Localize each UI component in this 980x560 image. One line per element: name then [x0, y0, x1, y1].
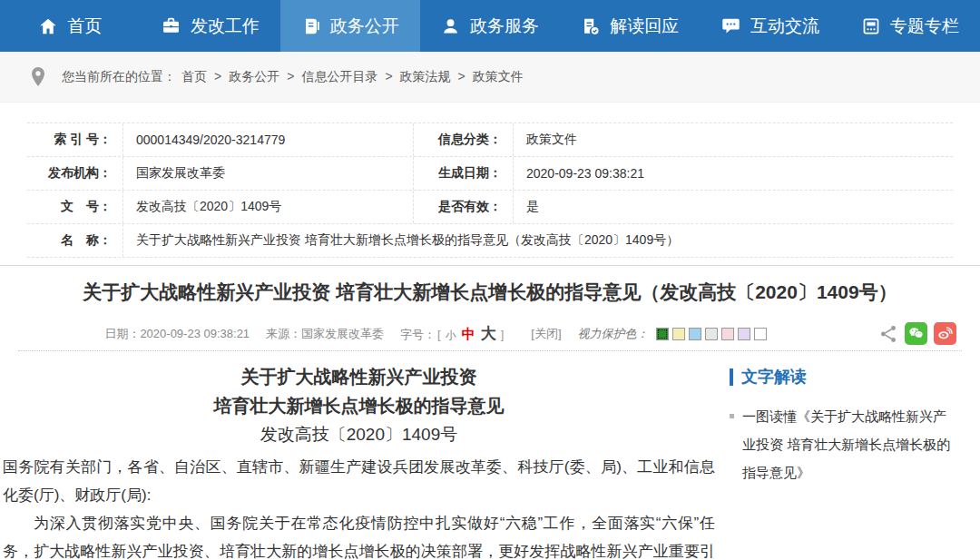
- font-size-label: 字号：: [400, 328, 436, 341]
- main-content: 关于扩大战略性新兴产业投资 培育壮大新增长点增长极的指导意见 发改高技〔2020…: [0, 351, 980, 560]
- breadcrumb-link[interactable]: 政策法规: [400, 69, 451, 84]
- breadcrumb-prefix: 您当前所在的位置：: [62, 69, 176, 85]
- breadcrumb-separator: >: [214, 69, 221, 84]
- document-title-line2: 培育壮大新增长点增长极的指导意见: [3, 391, 715, 420]
- breadcrumb-link[interactable]: 政务公开: [229, 69, 279, 84]
- font-size-medium-button[interactable]: 中: [462, 326, 475, 341]
- nav-tab-gov-service[interactable]: 政务服务: [420, 0, 560, 52]
- nav-tab-label: 互动交流: [750, 15, 819, 38]
- map-pin-icon: [31, 66, 45, 87]
- sidebar: 文字解读 一图读懂《关于扩大战略性新兴产业投资 培育壮大新增长点增长极的指导意见…: [717, 351, 980, 486]
- eye-protect-swatch[interactable]: [656, 328, 669, 340]
- nav-tab-label: 专题专栏: [890, 15, 959, 38]
- breadcrumb-trail: 首页>政务公开>信息公开目录>政策法规>政策文件: [181, 69, 524, 85]
- user-icon: [441, 16, 461, 36]
- sidebar-links: 一图读懂《关于扩大战略性新兴产业投资 培育壮大新增长点增长极的指导意见》: [730, 402, 958, 486]
- breadcrumb-link[interactable]: 信息公开目录: [301, 69, 377, 84]
- eye-protect-swatch[interactable]: [672, 328, 685, 340]
- document-number: 发改高技〔2020〕1409号: [3, 420, 715, 449]
- info-label: 是否有效：: [413, 191, 513, 223]
- bullet-dot: [730, 414, 734, 418]
- font-size-small-button[interactable]: 小: [446, 329, 456, 341]
- info-value: 000014349/2020-3214779: [122, 123, 413, 156]
- info-table-row: 文 号：发改高技〔2020〕1409号是否有效：是: [27, 191, 953, 224]
- eye-protect-swatch[interactable]: [738, 328, 750, 340]
- nav-tab-label: 首页: [67, 15, 102, 38]
- breadcrumb-separator: >: [287, 69, 294, 84]
- font-size-control: 字号：[小中大]: [400, 323, 505, 344]
- info-label: 名 称：: [27, 224, 122, 257]
- nav-tab-special-topics[interactable]: 专题专栏: [840, 0, 980, 52]
- eye-protect-swatch[interactable]: [754, 328, 767, 340]
- info-label: 信息分类：: [413, 123, 513, 156]
- chat-icon: [720, 15, 741, 36]
- nav-tab-interaction[interactable]: 互动交流: [700, 0, 839, 52]
- nav-tab-home[interactable]: 首页: [0, 0, 140, 52]
- meta-source: 来源：国家发展改革委: [266, 326, 384, 342]
- close-button[interactable]: [关闭]: [531, 326, 561, 342]
- home-icon: [38, 16, 58, 36]
- font-size-large-button[interactable]: 大: [481, 325, 496, 342]
- meta-date: 日期：2020-09-23 09:38:21: [104, 326, 250, 342]
- article-body: 国务院有关部门，各省、自治区、直辖市、新疆生产建设兵团发展改革委、科技厅(委、局…: [3, 453, 715, 560]
- info-table-row: 发布机构：国家发展改革委生成日期：2020-09-23 09:38:21: [27, 157, 953, 191]
- article-paragraph: 国务院有关部门，各省、自治区、直辖市、新疆生产建设兵团发展改革委、科技厅(委、局…: [3, 453, 715, 509]
- info-value: 2020-09-23 09:38:21: [513, 157, 953, 190]
- article-paragraph: 为深入贯彻落实党中央、国务院关于在常态化疫情防控中扎实做好“六稳”工作，全面落实…: [3, 509, 715, 560]
- title-band: 关于扩大战略性新兴产业投资 培育壮大新增长点增长极的指导意见（发改高技〔2020…: [0, 265, 980, 317]
- reply-icon: [581, 16, 601, 36]
- heading-bar-icon: [730, 368, 733, 386]
- nav-tab-gov-open[interactable]: 政务公开: [280, 0, 420, 52]
- eye-protect-swatch[interactable]: [689, 328, 701, 340]
- sidebar-heading: 文字解读: [730, 366, 958, 388]
- share-icon[interactable]: [878, 324, 898, 344]
- meta-bar: 日期：2020-09-23 09:38:21 来源：国家发展改革委 字号：[小中…: [18, 317, 962, 351]
- bracket: [: [437, 328, 441, 341]
- breadcrumb-separator: >: [458, 69, 466, 84]
- breadcrumb-separator: >: [385, 69, 392, 84]
- nav-tab-label: 发改工作: [191, 15, 260, 38]
- breadcrumb-link[interactable]: 政策文件: [473, 69, 524, 84]
- weibo-icon[interactable]: [934, 322, 956, 345]
- info-value: 发改高技〔2020〕1409号: [122, 191, 413, 223]
- wechat-icon[interactable]: [905, 322, 927, 345]
- page: 首页发改工作政务公开政务服务解读回应互动交流专题专栏 您当前所在的位置： 首页>…: [0, 0, 980, 560]
- top-nav: 首页发改工作政务公开政务服务解读回应互动交流专题专栏: [0, 0, 980, 52]
- eye-protect-swatches: [656, 328, 767, 340]
- info-label: 生成日期：: [413, 157, 513, 190]
- nav-tab-interpret-response[interactable]: 解读回应: [560, 0, 700, 52]
- nav-tab-label: 政务服务: [470, 15, 539, 38]
- article: 关于扩大战略性新兴产业投资 培育壮大新增长点增长极的指导意见 发改高技〔2020…: [0, 351, 717, 560]
- info-table-row: 名 称：关于扩大战略性新兴产业投资 培育壮大新增长点增长极的指导意见（发改高技〔…: [27, 224, 953, 258]
- meta-inner: 日期：2020-09-23 09:38:21 来源：国家发展改革委 字号：[小中…: [104, 323, 875, 344]
- nav-tab-label: 政务公开: [330, 15, 399, 38]
- info-label: 索 引 号：: [27, 123, 122, 156]
- info-value: 政策文件: [513, 123, 953, 156]
- info-label: 发布机构：: [27, 157, 122, 190]
- info-value: 国家发展改革委: [122, 157, 413, 190]
- breadcrumb: 您当前所在的位置： 首页>政务公开>信息公开目录>政策法规>政策文件: [0, 52, 980, 103]
- eye-protect-swatch[interactable]: [721, 328, 734, 340]
- info-label: 文 号：: [27, 191, 122, 223]
- info-table-row: 索 引 号：000014349/2020-3214779信息分类：政策文件: [27, 123, 953, 157]
- document-title-line1: 关于扩大战略性新兴产业投资: [3, 362, 715, 391]
- sidebar-link-text: 一图读懂《关于扩大战略性新兴产业投资 培育壮大新增长点增长极的指导意见》: [742, 408, 950, 480]
- info-value: 是: [513, 191, 953, 223]
- eye-protect-swatch[interactable]: [705, 328, 718, 340]
- briefcase-icon: [161, 15, 181, 36]
- nav-tab-label: 解读回应: [610, 15, 679, 38]
- eye-protect-label: 视力保护色：: [578, 326, 649, 342]
- info-value: 关于扩大战略性新兴产业投资 培育壮大新增长点增长极的指导意见（发改高技〔2020…: [122, 224, 953, 257]
- sidebar-heading-text: 文字解读: [741, 366, 807, 388]
- nav-tab-ndrc-work[interactable]: 发改工作: [140, 0, 279, 52]
- grid-icon: [861, 16, 881, 36]
- share-group: [878, 322, 956, 345]
- document-icon: [301, 16, 321, 36]
- info-table: 索 引 号：000014349/2020-3214779信息分类：政策文件发布机…: [27, 123, 953, 258]
- breadcrumb-link[interactable]: 首页: [181, 69, 207, 84]
- bracket: ]: [501, 328, 505, 341]
- page-title: 关于扩大战略性新兴产业投资 培育壮大新增长点增长极的指导意见（发改高技〔2020…: [0, 266, 980, 317]
- sidebar-link[interactable]: 一图读懂《关于扩大战略性新兴产业投资 培育壮大新增长点增长极的指导意见》: [730, 402, 958, 486]
